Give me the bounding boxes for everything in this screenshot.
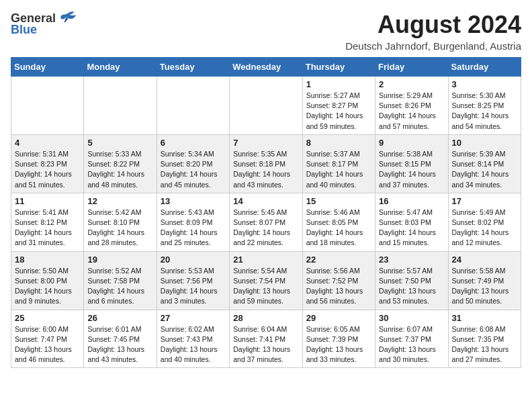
col-header-monday: Monday xyxy=(84,58,157,77)
calendar-cell: 17Sunrise: 5:49 AM Sunset: 8:02 PM Dayli… xyxy=(448,193,521,251)
day-number: 5 xyxy=(87,138,152,148)
day-detail: Sunrise: 5:46 AM Sunset: 8:05 PM Dayligh… xyxy=(306,208,371,248)
month-year: August 2024 xyxy=(345,11,521,39)
day-number: 13 xyxy=(161,196,226,206)
day-detail: Sunrise: 6:02 AM Sunset: 7:43 PM Dayligh… xyxy=(161,324,226,365)
day-detail: Sunrise: 5:37 AM Sunset: 8:17 PM Dayligh… xyxy=(306,149,371,190)
calendar-cell xyxy=(157,77,229,135)
calendar-cell: 31Sunrise: 6:08 AM Sunset: 7:35 PM Dayli… xyxy=(448,310,521,368)
calendar-week-row: 25Sunrise: 6:00 AM Sunset: 7:47 PM Dayli… xyxy=(11,310,521,368)
calendar-cell: 23Sunrise: 5:57 AM Sunset: 7:50 PM Dayli… xyxy=(375,251,448,310)
day-number: 23 xyxy=(379,255,444,265)
calendar-cell: 18Sunrise: 5:50 AM Sunset: 8:00 PM Dayli… xyxy=(11,251,84,310)
title-area: August 2024 Deutsch Jahrndorf, Burgenlan… xyxy=(345,11,521,52)
logo: General Blue xyxy=(11,11,77,37)
location: Deutsch Jahrndorf, Burgenland, Austria xyxy=(345,40,521,52)
day-number: 9 xyxy=(379,138,444,148)
calendar-cell xyxy=(84,77,157,135)
calendar-week-row: 18Sunrise: 5:50 AM Sunset: 8:00 PM Dayli… xyxy=(11,251,521,310)
col-header-friday: Friday xyxy=(375,58,448,77)
day-detail: Sunrise: 5:49 AM Sunset: 8:02 PM Dayligh… xyxy=(452,208,517,248)
calendar-cell: 12Sunrise: 5:42 AM Sunset: 8:10 PM Dayli… xyxy=(84,193,157,251)
calendar-cell: 29Sunrise: 6:05 AM Sunset: 7:39 PM Dayli… xyxy=(302,310,375,368)
calendar-cell xyxy=(11,77,84,135)
calendar-cell: 27Sunrise: 6:02 AM Sunset: 7:43 PM Dayli… xyxy=(157,310,229,368)
day-detail: Sunrise: 5:57 AM Sunset: 7:50 PM Dayligh… xyxy=(379,266,444,307)
calendar-cell: 8Sunrise: 5:37 AM Sunset: 8:17 PM Daylig… xyxy=(302,134,375,193)
calendar-cell: 5Sunrise: 5:33 AM Sunset: 8:22 PM Daylig… xyxy=(84,134,157,193)
day-number: 26 xyxy=(87,313,152,323)
day-detail: Sunrise: 5:47 AM Sunset: 8:03 PM Dayligh… xyxy=(379,208,444,248)
calendar-cell: 25Sunrise: 6:00 AM Sunset: 7:47 PM Dayli… xyxy=(11,310,84,368)
day-detail: Sunrise: 5:52 AM Sunset: 7:58 PM Dayligh… xyxy=(87,266,152,307)
day-detail: Sunrise: 5:29 AM Sunset: 8:26 PM Dayligh… xyxy=(379,91,444,132)
calendar-cell: 2Sunrise: 5:29 AM Sunset: 8:26 PM Daylig… xyxy=(375,77,448,135)
day-number: 8 xyxy=(306,138,371,148)
calendar-cell: 6Sunrise: 5:34 AM Sunset: 8:20 PM Daylig… xyxy=(157,134,229,193)
day-detail: Sunrise: 5:53 AM Sunset: 7:56 PM Dayligh… xyxy=(161,266,226,307)
calendar-cell xyxy=(230,77,302,135)
day-number: 29 xyxy=(306,313,371,323)
day-number: 17 xyxy=(452,196,517,206)
day-detail: Sunrise: 5:27 AM Sunset: 8:27 PM Dayligh… xyxy=(306,91,371,132)
day-detail: Sunrise: 5:35 AM Sunset: 8:18 PM Dayligh… xyxy=(233,149,298,190)
calendar-cell: 30Sunrise: 6:07 AM Sunset: 7:37 PM Dayli… xyxy=(375,310,448,368)
calendar-cell: 3Sunrise: 5:30 AM Sunset: 8:25 PM Daylig… xyxy=(448,77,521,135)
day-detail: Sunrise: 5:58 AM Sunset: 7:49 PM Dayligh… xyxy=(452,266,517,307)
day-detail: Sunrise: 6:05 AM Sunset: 7:39 PM Dayligh… xyxy=(306,324,371,365)
day-number: 19 xyxy=(87,255,152,265)
day-number: 18 xyxy=(15,255,80,265)
day-detail: Sunrise: 6:01 AM Sunset: 7:45 PM Dayligh… xyxy=(87,324,152,365)
day-detail: Sunrise: 5:43 AM Sunset: 8:09 PM Dayligh… xyxy=(161,208,226,248)
col-header-tuesday: Tuesday xyxy=(157,58,229,77)
day-detail: Sunrise: 5:38 AM Sunset: 8:15 PM Dayligh… xyxy=(379,149,444,190)
day-number: 7 xyxy=(233,138,298,148)
logo-bird-icon xyxy=(58,11,77,26)
logo-blue: Blue xyxy=(11,23,37,37)
calendar-cell: 24Sunrise: 5:58 AM Sunset: 7:49 PM Dayli… xyxy=(448,251,521,310)
calendar-cell: 28Sunrise: 6:04 AM Sunset: 7:41 PM Dayli… xyxy=(230,310,302,368)
day-detail: Sunrise: 6:07 AM Sunset: 7:37 PM Dayligh… xyxy=(379,324,444,365)
day-detail: Sunrise: 5:42 AM Sunset: 8:10 PM Dayligh… xyxy=(87,208,152,248)
day-number: 14 xyxy=(233,196,298,206)
calendar-cell: 22Sunrise: 5:56 AM Sunset: 7:52 PM Dayli… xyxy=(302,251,375,310)
day-detail: Sunrise: 5:39 AM Sunset: 8:14 PM Dayligh… xyxy=(452,149,517,190)
calendar-cell: 19Sunrise: 5:52 AM Sunset: 7:58 PM Dayli… xyxy=(84,251,157,310)
calendar-cell: 10Sunrise: 5:39 AM Sunset: 8:14 PM Dayli… xyxy=(448,134,521,193)
day-number: 28 xyxy=(233,313,298,323)
calendar-week-row: 1Sunrise: 5:27 AM Sunset: 8:27 PM Daylig… xyxy=(11,77,521,135)
calendar-cell: 14Sunrise: 5:45 AM Sunset: 8:07 PM Dayli… xyxy=(230,193,302,251)
calendar-cell: 9Sunrise: 5:38 AM Sunset: 8:15 PM Daylig… xyxy=(375,134,448,193)
day-detail: Sunrise: 5:34 AM Sunset: 8:20 PM Dayligh… xyxy=(161,149,226,190)
calendar-cell: 4Sunrise: 5:31 AM Sunset: 8:23 PM Daylig… xyxy=(11,134,84,193)
day-number: 12 xyxy=(87,196,152,206)
day-detail: Sunrise: 5:30 AM Sunset: 8:25 PM Dayligh… xyxy=(452,91,517,132)
day-number: 10 xyxy=(452,138,517,148)
col-header-sunday: Sunday xyxy=(11,58,84,77)
calendar-cell: 1Sunrise: 5:27 AM Sunset: 8:27 PM Daylig… xyxy=(302,77,375,135)
day-detail: Sunrise: 6:04 AM Sunset: 7:41 PM Dayligh… xyxy=(233,324,298,365)
day-detail: Sunrise: 5:31 AM Sunset: 8:23 PM Dayligh… xyxy=(15,149,80,190)
day-number: 21 xyxy=(233,255,298,265)
day-number: 22 xyxy=(306,255,371,265)
day-detail: Sunrise: 5:56 AM Sunset: 7:52 PM Dayligh… xyxy=(306,266,371,307)
day-detail: Sunrise: 5:41 AM Sunset: 8:12 PM Dayligh… xyxy=(15,208,80,248)
calendar-week-row: 4Sunrise: 5:31 AM Sunset: 8:23 PM Daylig… xyxy=(11,134,521,193)
calendar-cell: 11Sunrise: 5:41 AM Sunset: 8:12 PM Dayli… xyxy=(11,193,84,251)
day-number: 6 xyxy=(161,138,226,148)
day-number: 4 xyxy=(15,138,80,148)
day-number: 16 xyxy=(379,196,444,206)
day-number: 31 xyxy=(452,313,517,323)
col-header-thursday: Thursday xyxy=(302,58,375,77)
calendar-cell: 16Sunrise: 5:47 AM Sunset: 8:03 PM Dayli… xyxy=(375,193,448,251)
calendar-cell: 26Sunrise: 6:01 AM Sunset: 7:45 PM Dayli… xyxy=(84,310,157,368)
calendar-table: SundayMondayTuesdayWednesdayThursdayFrid… xyxy=(11,57,521,368)
day-number: 24 xyxy=(452,255,517,265)
day-number: 11 xyxy=(15,196,80,206)
day-detail: Sunrise: 5:33 AM Sunset: 8:22 PM Dayligh… xyxy=(87,149,152,190)
day-detail: Sunrise: 5:50 AM Sunset: 8:00 PM Dayligh… xyxy=(15,266,80,307)
day-detail: Sunrise: 5:45 AM Sunset: 8:07 PM Dayligh… xyxy=(233,208,298,248)
day-number: 25 xyxy=(15,313,80,323)
calendar-cell: 13Sunrise: 5:43 AM Sunset: 8:09 PM Dayli… xyxy=(157,193,229,251)
calendar-header-row: SundayMondayTuesdayWednesdayThursdayFrid… xyxy=(11,58,521,77)
